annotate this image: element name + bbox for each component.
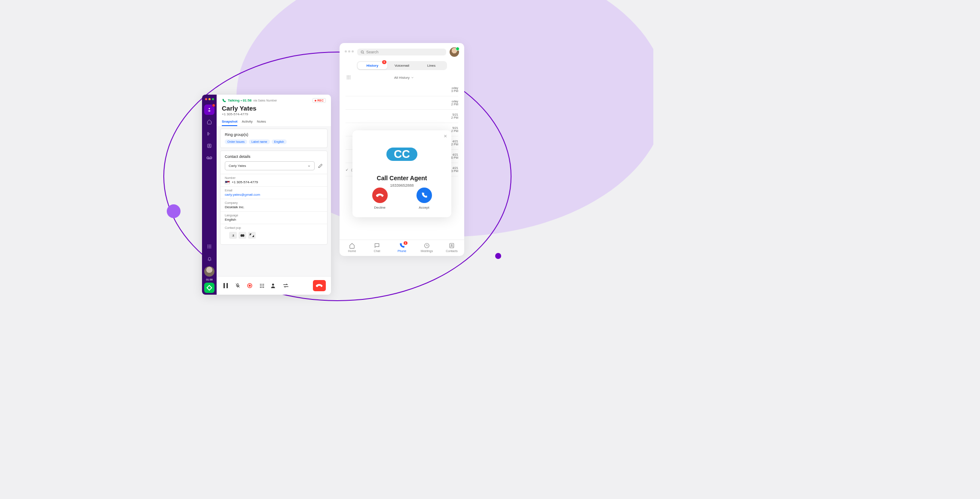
integration-icon[interactable]	[248, 232, 256, 239]
close-icon[interactable]: ✕	[444, 134, 447, 139]
badge: 1	[404, 241, 407, 245]
incoming-call-icon: ↙	[346, 168, 349, 172]
svg-point-0	[209, 108, 210, 109]
mute-button[interactable]	[234, 282, 242, 290]
transfer-button[interactable]	[282, 282, 290, 290]
accept-button[interactable]	[416, 188, 432, 203]
chevron-down-icon	[307, 164, 311, 168]
sidebar-item-agent[interactable]	[204, 105, 214, 115]
caller-phone: +1 305-574-4779	[222, 112, 326, 116]
chip[interactable]: Order Issues	[225, 139, 247, 144]
chip[interactable]: English	[272, 139, 287, 144]
svg-rect-14	[207, 285, 211, 290]
avatar	[204, 266, 214, 277]
svg-point-43	[451, 244, 453, 246]
svg-point-28	[261, 287, 262, 288]
us-flag-icon	[225, 181, 230, 184]
chip[interactable]: Label name	[249, 139, 270, 144]
incoming-caller-name: Call Center Agent	[377, 175, 427, 182]
svg-point-38	[347, 79, 348, 80]
status-talking: Talking • 01:58	[228, 99, 251, 102]
svg-point-39	[348, 79, 349, 80]
detail-tabs: Snapshot Activity Notes	[217, 116, 331, 126]
recording-indicator[interactable]: REC	[312, 98, 326, 103]
ring-groups-title: Ring group(s)	[220, 129, 327, 139]
history-list: oday3 PM oday2 PM 5/212 PM 5/212 PM 4/21…	[340, 83, 464, 240]
tab-voicemail[interactable]: Voicemail	[387, 62, 417, 69]
search-icon	[361, 50, 364, 54]
contact-details-title: Contact details	[220, 151, 327, 161]
tab-activity[interactable]: Activity	[242, 120, 252, 126]
nav-chat[interactable]: Chat	[364, 243, 389, 253]
ring-groups-card: Ring group(s) Order Issues Label name En…	[220, 129, 328, 148]
contact-select[interactable]: Carly Yates	[225, 161, 315, 170]
tab-history[interactable]: History1	[358, 62, 387, 69]
svg-point-6	[209, 245, 210, 246]
scroll-body[interactable]: Ring group(s) Order Issues Label name En…	[217, 126, 331, 276]
call-header: Talking • 01:58 via Sales Number REC Car…	[217, 95, 331, 116]
keypad-button[interactable]	[258, 282, 266, 290]
app2-header: Search	[340, 43, 464, 61]
svg-point-5	[208, 245, 208, 246]
tab-lines[interactable]: Lines	[416, 62, 446, 69]
history-item[interactable]: oday2 PM	[346, 96, 458, 110]
sidebar-status-indicator[interactable]	[204, 283, 214, 293]
svg-point-9	[209, 246, 210, 247]
tab-notes[interactable]: Notes	[257, 120, 266, 126]
sidebar-item-apps[interactable]	[204, 241, 214, 252]
sidebar-item-home[interactable]	[204, 117, 214, 127]
caller-avatar: CC	[386, 148, 417, 161]
history-item[interactable]: 5/212 PM	[346, 110, 458, 123]
window-controls[interactable]	[345, 49, 354, 56]
detail-contact-pop: Contact pop :t	[220, 224, 327, 244]
segment-tabs: History1 Voicemail Lines	[357, 61, 447, 70]
history-item[interactable]: oday3 PM	[346, 83, 458, 96]
sidebar-user-status[interactable]: 01:58	[204, 265, 214, 281]
avatar[interactable]	[450, 47, 459, 57]
detail-company: Company Desktalk Inc.	[220, 199, 327, 211]
nav-home[interactable]: Home	[340, 243, 364, 253]
svg-point-8	[208, 246, 208, 247]
integration-icon[interactable]: :t	[229, 232, 237, 239]
call-control-bar	[217, 276, 331, 295]
sidebar-item-voicemail[interactable]	[204, 153, 214, 163]
svg-point-26	[263, 285, 264, 286]
svg-point-2	[209, 145, 210, 146]
svg-point-31	[361, 51, 363, 53]
history-filter[interactable]: All History	[351, 76, 457, 80]
incoming-caller-number: 18339652888	[390, 183, 413, 188]
svg-point-3	[207, 157, 209, 159]
softphone-app-window: Search History1 Voicemail Lines All Hist…	[340, 43, 464, 256]
svg-point-33	[348, 76, 349, 77]
pause-button[interactable]	[222, 282, 230, 290]
sidebar-item-queue[interactable]	[204, 129, 214, 139]
svg-point-20	[249, 285, 251, 287]
sidebar-item-notifications[interactable]	[204, 253, 214, 264]
svg-point-22	[261, 283, 262, 284]
phone-active-icon	[222, 99, 226, 103]
search-input[interactable]: Search	[357, 49, 446, 55]
add-participant-button[interactable]	[270, 282, 278, 290]
svg-point-35	[347, 77, 348, 78]
edit-icon[interactable]	[318, 163, 323, 168]
detail-email: Email carly.yates@gmail.com	[220, 186, 327, 199]
nav-contacts[interactable]: Contacts	[439, 243, 464, 253]
svg-point-24	[260, 285, 260, 286]
svg-point-27	[260, 287, 260, 288]
sidebar-item-contacts[interactable]	[204, 141, 214, 151]
integration-icon[interactable]	[239, 232, 246, 239]
svg-rect-18	[227, 283, 228, 288]
accept-label: Accept	[419, 206, 429, 209]
window-controls[interactable]	[205, 96, 214, 104]
svg-rect-17	[224, 283, 225, 288]
record-button[interactable]	[246, 282, 254, 290]
tab-snapshot[interactable]: Snapshot	[222, 120, 237, 126]
dialpad-icon[interactable]	[346, 75, 351, 80]
dialer-app-window: 01:58 Talking • 01:58 via Sales Number R…	[202, 95, 331, 295]
svg-point-32	[347, 76, 348, 77]
decline-button[interactable]	[372, 188, 388, 203]
nav-phone[interactable]: 1 Phone	[389, 243, 414, 253]
nav-meetings[interactable]: Meetings	[414, 243, 439, 253]
hangup-button[interactable]	[313, 280, 326, 291]
svg-point-40	[350, 79, 351, 80]
